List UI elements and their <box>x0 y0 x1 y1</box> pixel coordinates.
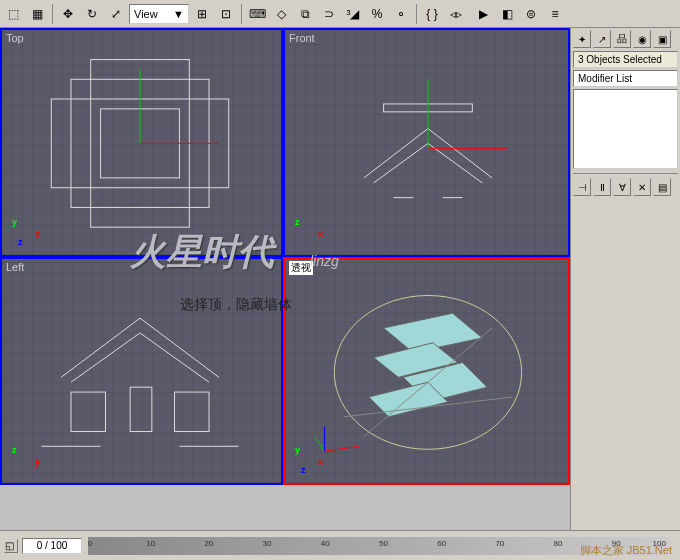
modifier-controls: ⊣ Ⅱ ∀ ✕ ▤ <box>573 173 678 196</box>
modify-tab-icon[interactable]: ↗ <box>593 30 611 48</box>
remove-modifier-icon[interactable]: ✕ <box>633 178 651 196</box>
viewport-label: Front <box>289 32 315 44</box>
axis-gizmo: x y z <box>10 217 40 247</box>
selection-region-icon[interactable]: ⬚ <box>2 3 24 25</box>
footer-watermark: 脚本之家 JB51.Net <box>580 543 672 558</box>
selection-window-icon[interactable]: ▦ <box>26 3 48 25</box>
make-unique-icon[interactable]: ∀ <box>613 178 631 196</box>
move-icon[interactable]: ✥ <box>57 3 79 25</box>
spinner-snap-icon[interactable]: ⚬ <box>390 3 412 25</box>
transform-type-icon[interactable]: ⊞ <box>191 3 213 25</box>
main-toolbar: ⬚ ▦ ✥ ↻ ⤢ View ▼ ⊞ ⊡ ⌨ ◇ ⧉ ⊃ ³◢ % ⚬ { } … <box>0 0 680 28</box>
motion-tab-icon[interactable]: ◉ <box>633 30 651 48</box>
keyboard-icon[interactable]: ⌨ <box>246 3 268 25</box>
axis-gizmo: x y z <box>293 445 323 475</box>
angle-snap-icon[interactable]: ³◢ <box>342 3 364 25</box>
rotate-icon[interactable]: ↻ <box>81 3 103 25</box>
modifier-stack[interactable] <box>573 89 678 169</box>
viewport-perspective[interactable]: 透视 x y z <box>283 257 570 485</box>
create-tab-icon[interactable]: ✦ <box>573 30 591 48</box>
main-area: Top x y z Front <box>0 28 680 530</box>
axis-gizmo: y z <box>10 445 40 475</box>
viewport-left[interactable]: Left y z <box>0 257 283 485</box>
reference-dropdown[interactable]: View ▼ <box>129 4 189 24</box>
snap-icon[interactable]: ◇ <box>270 3 292 25</box>
mirror-icon[interactable]: ◃▹ <box>445 3 467 25</box>
configure-icon[interactable]: ▤ <box>653 178 671 196</box>
scale-icon[interactable]: ⤢ <box>105 3 127 25</box>
wireframe-left <box>2 259 281 484</box>
right-toolbar: ▶ ◧ ⊜ ≡ <box>472 3 566 25</box>
viewports-container: Top x y z Front <box>0 28 570 530</box>
display-tab-icon[interactable]: ▣ <box>653 30 671 48</box>
pin-stack-icon[interactable]: ⊣ <box>573 178 591 196</box>
viewport-top[interactable]: Top x y z <box>0 28 283 257</box>
frame-input[interactable] <box>22 538 82 554</box>
snap3d-icon[interactable]: ⧉ <box>294 3 316 25</box>
eraser-icon[interactable]: ◧ <box>496 3 518 25</box>
hierarchy-tab-icon[interactable]: 品 <box>613 30 631 48</box>
axis-gizmo: x z <box>293 217 323 247</box>
wireframe-perspective <box>285 259 568 484</box>
magnet-icon[interactable]: ⊃ <box>318 3 340 25</box>
viewport-label: 透视 <box>289 261 313 275</box>
time-config-icon[interactable]: ◱ <box>4 539 18 553</box>
command-panel: ✦ ↗ 品 ◉ ▣ 3 Objects Selected Modifier Li… <box>570 28 680 530</box>
layers-icon[interactable]: ≡ <box>544 3 566 25</box>
wireframe-front <box>285 30 568 256</box>
svg-line-23 <box>324 446 359 451</box>
panel-tabs: ✦ ↗ 品 ◉ ▣ <box>573 30 678 48</box>
wireframe-top <box>2 30 281 256</box>
show-end-icon[interactable]: Ⅱ <box>593 178 611 196</box>
viewport-label: Left <box>6 261 24 273</box>
svg-rect-11 <box>71 392 106 431</box>
selection-status: 3 Objects Selected <box>573 51 678 68</box>
viewport-label: Top <box>6 32 24 44</box>
material-icon[interactable]: ⊜ <box>520 3 542 25</box>
timeline: ◱ 0 10 20 30 40 50 60 70 80 90 100 <box>0 530 680 560</box>
svg-rect-13 <box>130 387 152 431</box>
modifier-list-dropdown[interactable]: Modifier List <box>573 70 678 87</box>
play-icon[interactable]: ▶ <box>472 3 494 25</box>
named-selection-icon[interactable]: { } <box>421 3 443 25</box>
select-manipulate-icon[interactable]: ⊡ <box>215 3 237 25</box>
viewport-front[interactable]: Front x z <box>283 28 570 257</box>
svg-rect-12 <box>175 392 210 431</box>
percent-snap-icon[interactable]: % <box>366 3 388 25</box>
